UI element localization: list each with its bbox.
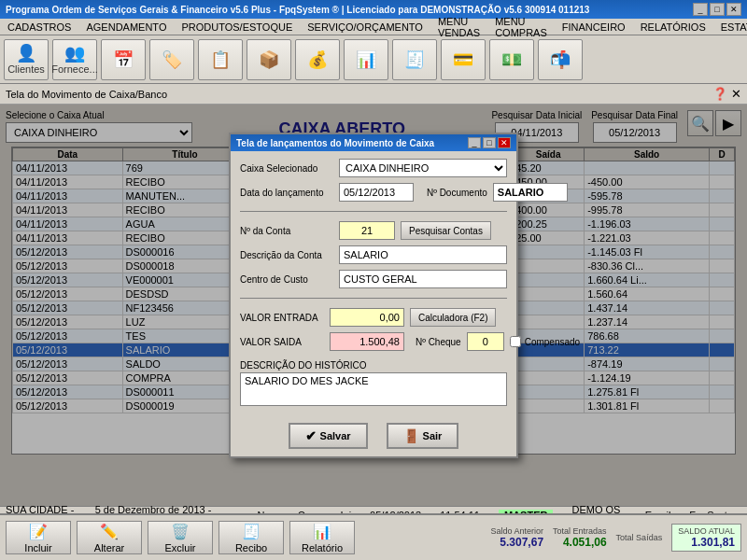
menu-estatistica[interactable]: ESTATÍSTICA <box>717 21 747 34</box>
stats-icon: 📊 <box>356 51 376 68</box>
nr-conta-label: Nº da Conta <box>240 226 333 236</box>
valor-saida-input[interactable] <box>330 332 404 351</box>
valor-entrada-input[interactable] <box>330 308 404 327</box>
caixa-selecionado-select[interactable]: CAIXA DINHEIRO <box>339 159 507 177</box>
incluir-icon: 📝 <box>29 523 48 540</box>
alterar-icon: ✏️ <box>100 523 119 540</box>
saldo-anterior-box: Saldo Anterior 5.307,67 <box>491 526 544 549</box>
menu-vendas[interactable]: MENU VENDAS <box>434 15 484 39</box>
sair-icon: 🚪 <box>403 428 419 443</box>
total-entradas-box: Total Entradas 4.051,06 <box>553 526 607 549</box>
toolbar-fornecedores[interactable]: 👥 Fornece... <box>52 39 97 80</box>
menu-financeiro[interactable]: FINANCEIRO <box>558 21 629 34</box>
total-entradas-label: Total Entradas <box>553 526 607 536</box>
desc-conta-input[interactable] <box>339 245 507 264</box>
receipt-icon: 🧾 <box>404 51 425 68</box>
recibo-btn[interactable]: 🧾 Recibo <box>218 521 284 554</box>
toolbar-clientes[interactable]: 👤 Clientes <box>4 39 49 80</box>
incluir-btn[interactable]: 📝 Incluir <box>6 521 71 554</box>
historico-textarea[interactable] <box>240 372 507 406</box>
agenda-icon: 📅 <box>113 51 134 68</box>
total-saidas-label: Total Saídas <box>616 533 663 542</box>
compensado-checkbox[interactable] <box>510 336 521 347</box>
clipboard-icon: 📋 <box>210 51 231 68</box>
excluir-btn[interactable]: 🗑️ Excluir <box>148 521 213 554</box>
maximize-btn[interactable]: □ <box>710 3 725 16</box>
divider1 <box>240 211 507 212</box>
menu-produtos[interactable]: PRODUTOS/ESTOQUE <box>177 21 296 34</box>
status-bar: 📝 Incluir ✏️ Alterar 🗑️ Excluir 🧾 Recibo… <box>0 513 747 560</box>
modal-title-bar: Tela de lançamentos do Movimento de Caix… <box>231 134 516 151</box>
saldo-anterior-label: Saldo Anterior <box>491 526 544 536</box>
menu-bar: CADASTROS AGENDAMENTO PRODUTOS/ESTOQUE S… <box>0 19 747 35</box>
compensado-label: Compensado <box>525 337 580 347</box>
toolbar-finance[interactable]: 💰 <box>295 39 340 80</box>
menu-relatorios[interactable]: RELATÓRIOS <box>637 21 710 34</box>
toolbar-etiqueta[interactable]: 🏷️ <box>149 39 194 80</box>
toolbar-card[interactable]: 💳 <box>441 39 486 80</box>
relatorio-label: Relatório <box>302 542 343 553</box>
status-totals: Saldo Anterior 5.307,67 Total Entradas 4… <box>491 524 741 552</box>
excluir-label: Excluir <box>164 542 195 553</box>
sub-close-icon[interactable]: ✕ <box>731 87 741 101</box>
menu-servico[interactable]: SERVIÇO/ORÇAMENTO <box>303 21 427 34</box>
compensado-group: Compensado <box>510 336 580 347</box>
relatorio-btn[interactable]: 📊 Relatório <box>289 521 355 554</box>
centro-custo-label: Centro de Custo <box>240 274 333 285</box>
data-lancamento-input[interactable] <box>339 183 414 202</box>
sair-button[interactable]: 🚪 Sair <box>387 423 459 449</box>
nr-cheque-input[interactable] <box>467 332 504 351</box>
window-controls: _ □ ✕ <box>693 3 741 16</box>
alterar-btn[interactable]: ✏️ Alterar <box>77 521 142 554</box>
modal-close-btn[interactable]: ✕ <box>498 137 511 148</box>
toolbar-clipboard[interactable]: 📋 <box>198 39 243 80</box>
toolbar-stats[interactable]: 📊 <box>344 39 388 80</box>
toolbar-products[interactable]: 📦 <box>247 39 291 80</box>
help-icon[interactable]: ❓ <box>712 87 727 101</box>
clientes-icon: 👤 <box>16 45 36 62</box>
caixa-selecionado-label: Caixa Selecionado <box>240 163 333 174</box>
toolbar-receipt[interactable]: 🧾 <box>392 39 437 80</box>
modal-minimize-btn[interactable]: _ <box>468 137 481 148</box>
toolbar-money[interactable]: 💵 <box>489 39 534 80</box>
nr-documento-input[interactable] <box>493 183 568 202</box>
valor-entrada-label: VALOR ENTRADA <box>240 313 324 323</box>
main-toolbar: 👤 Clientes 👥 Fornece... 📅 🏷️ 📋 📦 💰 📊 🧾 💳… <box>0 35 747 84</box>
products-icon: 📦 <box>259 51 279 68</box>
minimize-btn[interactable]: _ <box>693 3 708 16</box>
salvar-label: Salvar <box>320 430 351 441</box>
valor-saida-row: VALOR SAIDA Nº Cheque Compensado <box>240 332 507 351</box>
total-saidas-box: Total Saídas <box>616 533 663 542</box>
sub-toolbar: Tela do Movimento de Caixa/Banco ❓ ✕ <box>0 84 747 105</box>
toolbar-clientes-label: Clientes <box>7 63 45 75</box>
data-lancamento-row: Data do lançamento Nº Documento <box>240 183 507 202</box>
fornecedores-icon: 👥 <box>64 45 85 62</box>
pesquisar-contas-btn[interactable]: Pesquisar Contas <box>401 221 491 240</box>
saldo-anterior-value: 5.307,67 <box>500 536 543 549</box>
incluir-label: Incluir <box>24 542 51 553</box>
calculadora-btn[interactable]: Calculadora (F2) <box>410 308 496 327</box>
close-btn[interactable]: ✕ <box>726 3 741 16</box>
centro-custo-input[interactable] <box>339 270 507 288</box>
toolbar-mail[interactable]: 📬 <box>538 39 583 80</box>
historico-area: DESCRIÇÃO DO HISTÓRICO <box>240 360 507 408</box>
modal-maximize-btn[interactable]: □ <box>483 137 496 148</box>
toolbar-fornecedores-label: Fornece... <box>51 63 98 75</box>
title-bar: Programa Ordem de Serviços Gerais & Fina… <box>0 0 747 19</box>
salvar-button[interactable]: ✔ Salvar <box>289 423 368 449</box>
menu-agendamento[interactable]: AGENDAMENTO <box>82 21 170 34</box>
divider2 <box>240 298 507 299</box>
toolbar-agenda[interactable]: 📅 <box>101 39 146 80</box>
nr-conta-input[interactable] <box>339 221 395 240</box>
recibo-icon: 🧾 <box>242 523 261 540</box>
main-area: Selecione o Caixa Atual CAIXA DINHEIRO C… <box>0 105 747 506</box>
menu-cadastros[interactable]: CADASTROS <box>4 21 75 34</box>
alterar-label: Alterar <box>94 542 124 553</box>
total-entradas-value: 4.051,06 <box>563 536 607 549</box>
excluir-icon: 🗑️ <box>171 523 190 540</box>
menu-compras[interactable]: MENU COMPRAS <box>491 15 551 39</box>
saldo-atual-box: SALDO ATUAL 1.301,81 <box>671 524 741 552</box>
centro-custo-row: Centro de Custo <box>240 270 507 288</box>
desc-conta-row: Descrição da Conta <box>240 245 507 264</box>
modal-overlay: Tela de lançamentos do Movimento de Caix… <box>0 105 747 506</box>
